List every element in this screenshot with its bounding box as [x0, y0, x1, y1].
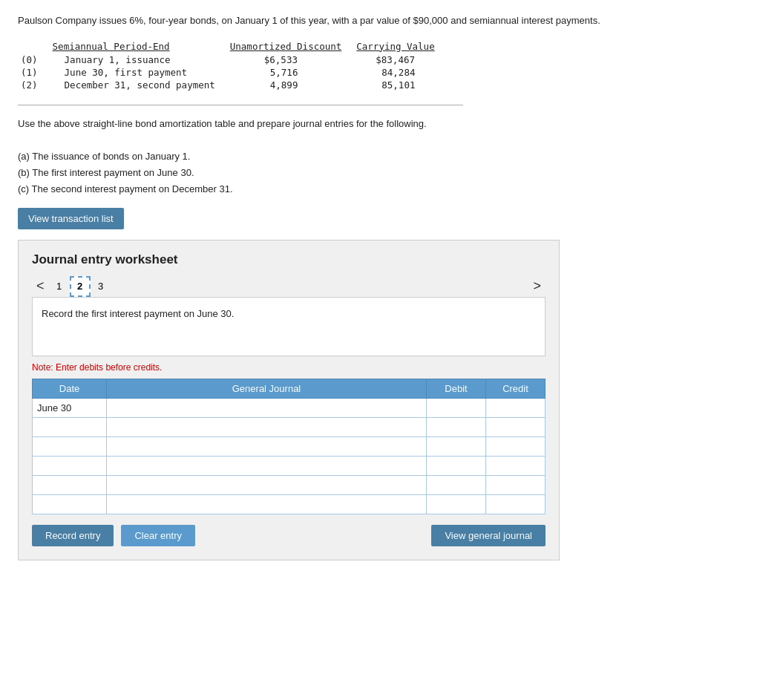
row4-date[interactable]	[33, 456, 107, 475]
carrying-2: 85,101	[353, 79, 446, 91]
nav-numbers: 1 2 3	[49, 276, 111, 297]
record-description-text: Record the first interest payment on Jun…	[42, 308, 234, 319]
col2-header: Unamortized Discount	[227, 40, 354, 53]
header-date: Date	[33, 379, 107, 398]
row3-credit[interactable]	[486, 436, 546, 456]
view-general-journal-button[interactable]: View general journal	[431, 525, 546, 546]
table-row: (2) December 31, second payment 4,899 85…	[18, 79, 447, 91]
record-entry-button[interactable]: Record entry	[32, 525, 114, 546]
button-row: Record entry Clear entry View general jo…	[32, 525, 546, 546]
row3-debit[interactable]	[427, 436, 486, 456]
instruction-line3: (b) The first interest payment on June 3…	[18, 165, 742, 181]
journal-table: Date General Journal Debit Credit June 3…	[32, 379, 546, 514]
table-row: June 30	[33, 398, 546, 417]
label-1: June 30, first payment	[50, 66, 227, 79]
table-row	[33, 475, 546, 494]
instructions: Use the above straight-line bond amortiz…	[18, 116, 742, 197]
row1-credit[interactable]	[486, 398, 546, 417]
intro-text: Paulson Company issues 6%, four-year bon…	[18, 13, 686, 28]
prev-arrow-button[interactable]: <	[32, 278, 49, 294]
period-2: (2)	[18, 79, 50, 91]
amortization-table: Semiannual Period-End Unamortized Discou…	[18, 40, 447, 91]
row1-debit[interactable]	[427, 398, 486, 417]
label-0: January 1, issuance	[50, 53, 227, 66]
carrying-1: 84,284	[353, 66, 446, 79]
worksheet-title: Journal entry worksheet	[32, 252, 546, 267]
table-row: (0) January 1, issuance $6,533 $83,467	[18, 53, 447, 66]
period-1: (1)	[18, 66, 50, 79]
row5-debit[interactable]	[427, 475, 486, 494]
row5-credit[interactable]	[486, 475, 546, 494]
period-0: (0)	[18, 53, 50, 66]
clear-entry-button[interactable]: Clear entry	[121, 525, 195, 546]
row6-date[interactable]	[33, 494, 107, 514]
instruction-line2: (a) The issuance of bonds on January 1.	[18, 148, 742, 165]
discount-2: 4,899	[227, 79, 354, 91]
journal-entry-worksheet: Journal entry worksheet < 1 2 3 > Record…	[18, 240, 560, 560]
row4-general[interactable]	[107, 456, 427, 475]
discount-0: $6,533	[227, 53, 354, 66]
nav-row: < 1 2 3 >	[32, 276, 546, 297]
instruction-line1: Use the above straight-line bond amortiz…	[18, 116, 742, 132]
tab-3-button[interactable]: 3	[91, 276, 111, 297]
row3-general[interactable]	[107, 436, 427, 456]
note-text: Note: Enter debits before credits.	[32, 362, 546, 373]
row5-general[interactable]	[107, 475, 427, 494]
col3-header: Carrying Value	[353, 40, 446, 53]
label-2: December 31, second payment	[50, 79, 227, 91]
table-row	[33, 417, 546, 436]
divider	[18, 105, 463, 105]
row4-debit[interactable]	[427, 456, 486, 475]
header-debit: Debit	[427, 379, 486, 398]
row2-debit[interactable]	[427, 417, 486, 436]
row1-date: June 30	[33, 398, 107, 417]
carrying-0: $83,467	[353, 53, 446, 66]
row3-date[interactable]	[33, 436, 107, 456]
row2-date[interactable]	[33, 417, 107, 436]
table-row	[33, 494, 546, 514]
row6-general[interactable]	[107, 494, 427, 514]
tab-1-button[interactable]: 1	[49, 276, 70, 297]
row2-general[interactable]	[107, 417, 427, 436]
row6-debit[interactable]	[427, 494, 486, 514]
record-description-box: Record the first interest payment on Jun…	[32, 297, 546, 356]
header-credit: Credit	[486, 379, 546, 398]
table-row: (1) June 30, first payment 5,716 84,284	[18, 66, 447, 79]
row1-general[interactable]	[107, 398, 427, 417]
instruction-line4: (c) The second interest payment on Decem…	[18, 181, 742, 197]
row5-date[interactable]	[33, 475, 107, 494]
table-row	[33, 456, 546, 475]
row4-credit[interactable]	[486, 456, 546, 475]
tab-2-button[interactable]: 2	[70, 276, 91, 297]
view-transaction-button[interactable]: View transaction list	[18, 208, 124, 229]
discount-1: 5,716	[227, 66, 354, 79]
next-arrow-button[interactable]: >	[528, 278, 546, 294]
row2-credit[interactable]	[486, 417, 546, 436]
table-row	[33, 436, 546, 456]
col1-header: Semiannual Period-End	[50, 40, 227, 53]
row6-credit[interactable]	[486, 494, 546, 514]
header-general-journal: General Journal	[107, 379, 427, 398]
